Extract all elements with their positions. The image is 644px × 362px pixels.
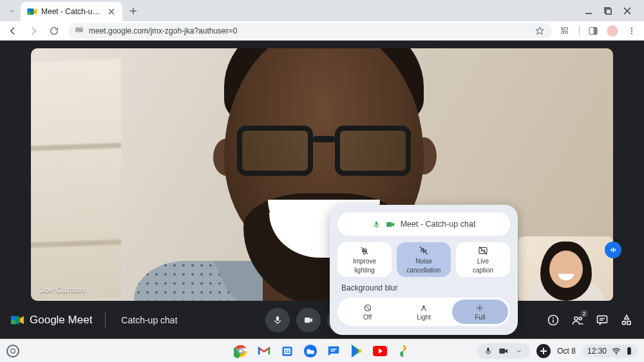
meet-stage: Joe Carlson Google Meet Catch-up chat bbox=[0, 41, 644, 339]
tab-search-dropdown[interactable] bbox=[5, 5, 18, 17]
shelf-expand-button[interactable] bbox=[513, 345, 525, 357]
blur-light-button[interactable]: Light bbox=[395, 300, 451, 324]
noise-cancel-icon bbox=[419, 245, 429, 256]
svg-text:31: 31 bbox=[285, 348, 290, 354]
improve-lighting-button[interactable]: Improve lighting bbox=[337, 242, 392, 277]
app-calendar[interactable]: 31 bbox=[279, 343, 295, 359]
svg-rect-20 bbox=[276, 316, 279, 321]
svg-rect-4 bbox=[606, 9, 611, 14]
svg-point-29 bbox=[622, 321, 625, 324]
kebab-icon bbox=[627, 26, 636, 35]
extensions-button[interactable] bbox=[560, 25, 571, 37]
media-controls-pill[interactable] bbox=[477, 343, 530, 359]
shelf-add-button[interactable] bbox=[536, 344, 551, 358]
background-blur-label: Background blur bbox=[341, 283, 510, 292]
app-youtube[interactable] bbox=[372, 343, 388, 359]
status-tray[interactable]: 12:30 bbox=[582, 345, 638, 357]
browser-menu-button[interactable] bbox=[626, 25, 638, 37]
window-close-button[interactable] bbox=[622, 6, 632, 16]
browser-chrome: Meet - Catch-up chat meet.google.com/jmx… bbox=[0, 0, 644, 41]
svg-rect-32 bbox=[386, 222, 392, 227]
tab-title: Meet - Catch-up chat bbox=[41, 7, 103, 16]
window-maximize-button[interactable] bbox=[603, 6, 613, 16]
camera-icon bbox=[303, 315, 314, 325]
browser-tab-active[interactable]: Meet - Catch-up chat bbox=[21, 2, 122, 21]
svg-rect-28 bbox=[598, 316, 607, 323]
popover-title-pill[interactable]: Meet - Catch-up chat bbox=[337, 213, 510, 236]
meeting-details-button[interactable] bbox=[546, 313, 560, 327]
blur-full-icon bbox=[475, 303, 484, 312]
arrow-left-icon bbox=[8, 26, 18, 36]
nav-reload-button[interactable] bbox=[48, 24, 61, 37]
puzzle-icon bbox=[560, 26, 571, 36]
lighting-icon bbox=[359, 245, 370, 256]
app-photos[interactable] bbox=[395, 343, 411, 359]
chevron-down-icon bbox=[8, 7, 15, 15]
svg-point-53 bbox=[616, 353, 617, 354]
self-view-tile[interactable] bbox=[518, 236, 613, 301]
camera-icon bbox=[386, 220, 395, 229]
toolbar-divider bbox=[579, 26, 580, 36]
minimize-icon bbox=[585, 7, 592, 15]
site-settings-icon[interactable] bbox=[75, 26, 84, 35]
shelf-camera-icon[interactable] bbox=[498, 345, 509, 357]
svg-rect-14 bbox=[611, 249, 612, 251]
profile-avatar-button[interactable] bbox=[607, 25, 618, 37]
address-bar[interactable]: meet.google.com/jmx-zgoh-jka?authuser=0 bbox=[68, 23, 552, 39]
blur-full-button[interactable]: Full bbox=[452, 300, 508, 324]
svg-rect-6 bbox=[76, 30, 83, 31]
mic-button[interactable] bbox=[265, 308, 290, 332]
plus-icon bbox=[129, 7, 137, 15]
blur-light-icon bbox=[419, 303, 428, 312]
maximize-icon bbox=[604, 7, 612, 15]
svg-point-38 bbox=[422, 305, 425, 308]
chevron-down-icon bbox=[515, 347, 523, 355]
os-shelf: 31 Oct 8 12:30 bbox=[0, 339, 644, 362]
close-icon bbox=[108, 8, 115, 15]
blur-off-button[interactable]: Off bbox=[339, 300, 395, 324]
mic-icon bbox=[272, 315, 283, 325]
svg-rect-30 bbox=[627, 321, 630, 324]
shelf-date[interactable]: Oct 8 bbox=[557, 347, 576, 356]
window-minimize-button[interactable] bbox=[583, 6, 594, 16]
tab-bar: Meet - Catch-up chat bbox=[0, 0, 644, 21]
chat-panel-button[interactable] bbox=[595, 313, 609, 327]
svg-rect-45 bbox=[268, 347, 270, 354]
tab-close-button[interactable] bbox=[107, 7, 116, 16]
svg-rect-2 bbox=[28, 12, 31, 15]
camera-button[interactable] bbox=[296, 308, 321, 332]
toolbar-row: meet.google.com/jmx-zgoh-jka?authuser=0 bbox=[0, 21, 644, 41]
arrow-right-icon bbox=[28, 26, 39, 36]
svg-rect-10 bbox=[594, 27, 597, 34]
svg-point-11 bbox=[631, 27, 632, 28]
shelf-mic-icon[interactable] bbox=[482, 345, 494, 357]
close-icon bbox=[623, 7, 631, 15]
live-caption-button[interactable]: Live caption bbox=[456, 242, 510, 277]
shapes-icon bbox=[620, 314, 633, 327]
app-files[interactable] bbox=[303, 343, 318, 359]
nav-forward-button[interactable] bbox=[27, 24, 40, 37]
caption-off-icon bbox=[478, 245, 488, 256]
svg-point-7 bbox=[77, 28, 78, 28]
svg-rect-31 bbox=[375, 221, 377, 225]
meeting-name-label: Catch-up chat bbox=[121, 315, 177, 325]
app-messages[interactable] bbox=[326, 343, 341, 359]
app-gmail[interactable] bbox=[256, 343, 272, 359]
app-play-store[interactable] bbox=[349, 343, 365, 359]
launcher-button[interactable] bbox=[6, 345, 19, 357]
meet-brand: Google Meet bbox=[10, 314, 92, 327]
side-panel-button[interactable] bbox=[587, 25, 599, 37]
bookmark-star-button[interactable] bbox=[534, 25, 545, 37]
svg-point-43 bbox=[239, 349, 243, 353]
noise-cancellation-button[interactable]: Noise cancellation bbox=[397, 242, 451, 277]
activities-button[interactable] bbox=[620, 313, 634, 327]
app-chrome[interactable] bbox=[233, 343, 249, 359]
battery-icon bbox=[626, 347, 632, 356]
meet-bottom-bar: Google Meet Catch-up chat 2 bbox=[0, 301, 644, 339]
nav-back-button[interactable] bbox=[6, 24, 19, 37]
svg-rect-21 bbox=[305, 318, 310, 323]
people-panel-button[interactable]: 2 bbox=[571, 313, 585, 327]
blur-off-icon bbox=[363, 303, 372, 312]
svg-point-40 bbox=[11, 348, 15, 353]
new-tab-button[interactable] bbox=[125, 3, 142, 19]
